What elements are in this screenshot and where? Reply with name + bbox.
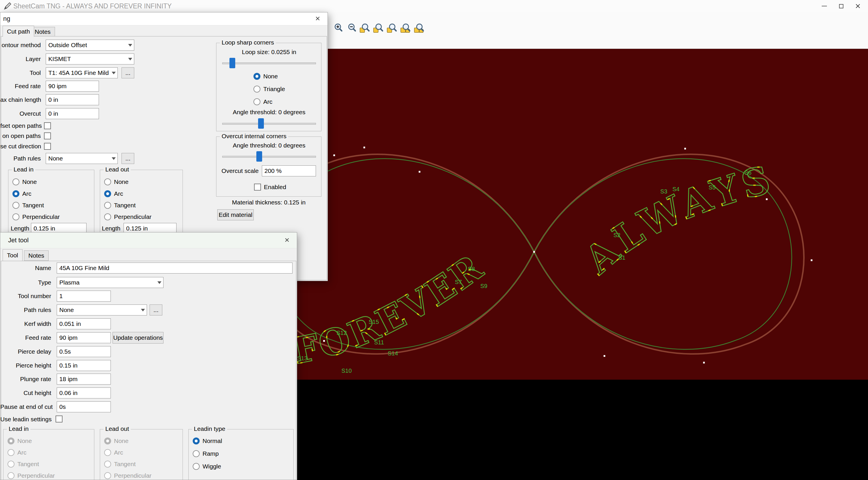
radio-icon [104,438,111,444]
feed-rate-input[interactable]: 90 ipm [46,81,99,92]
loop-angle-slider[interactable] [222,118,316,129]
op-leadin-perpendicular-radio[interactable]: Perpendicular [12,213,60,221]
path-label: S8 [468,266,475,272]
slider-track [222,62,316,64]
op-leadout-none-radio[interactable]: None [104,178,128,186]
zoom-previous-icon[interactable] [359,23,370,34]
leadin-type-wiggle-radio[interactable]: Wiggle [193,462,221,471]
pierce-delay-label: Pierce delay [0,346,51,357]
kerf-width-input[interactable]: 0.051 in [57,318,111,329]
tool-leadin-tangent-radio: Tangent [7,460,39,468]
loop-triangle-radio[interactable]: Triangle [253,85,285,93]
pause-end-input[interactable]: 0s [57,402,111,412]
tab-tool[interactable]: Tool [3,249,23,261]
radio-label: Perpendicular [18,472,55,479]
radio-label: None [263,73,278,80]
close-button[interactable] [849,0,866,12]
tool-label: Tool [0,67,41,78]
tool-feed-rate-input[interactable]: 90 ipm [57,332,111,343]
path-rules-dropdown[interactable]: None [46,153,118,164]
max-chain-length-input[interactable]: 0 in [46,94,99,105]
op-leadout-tangent-radio[interactable]: Tangent [104,201,136,210]
plunge-rate-input[interactable]: 18 ipm [57,374,111,385]
leadin-type-group: Leadin type Normal Ramp Wiggle [188,429,294,480]
pause-end-label: Pause at end of cut [0,402,51,412]
op-leadout-arc-radio[interactable]: Arc [104,190,123,198]
cut-height-input[interactable]: 0.06 in [57,387,111,398]
radio-label: Perpendicular [114,214,152,220]
cut-direction-checkbox[interactable] [44,143,51,150]
slider-thumb[interactable] [258,118,264,129]
on-open-paths-label: on open paths [0,130,41,141]
tool-path-rules-more-button[interactable]: ... [150,305,162,316]
zoom-out-icon[interactable] [345,23,357,34]
update-operations-button[interactable]: Update operations [113,332,163,344]
tool-leadin-perpendicular-radio: Perpendicular [7,472,55,480]
jet-tool-close-button[interactable] [283,236,291,244]
overcut-scale-input[interactable]: 200 % [262,165,316,177]
op-leadout-perpendicular-radio[interactable]: Perpendicular [104,213,152,221]
on-open-paths-checkbox[interactable] [44,132,51,139]
leadin-type-ramp-radio[interactable]: Ramp [193,450,219,458]
path-node-marker [603,355,605,357]
slider-thumb[interactable] [256,151,262,162]
loop-none-radio[interactable]: None [253,72,278,81]
radio-label: Tangent [18,460,39,468]
op-leadin-arc-radio[interactable]: Arc [12,190,32,198]
offset-open-paths-checkbox[interactable] [44,122,51,129]
loop-size-label: Loop size: 0.0255 in [216,48,322,56]
tool-more-button[interactable]: ... [122,67,134,78]
loop-size-slider[interactable] [222,58,316,68]
jet-tool-titlebar[interactable]: Jet tool [0,232,297,248]
close-icon [315,16,320,22]
overcut-input[interactable]: 0 in [46,108,99,119]
tool-number-input[interactable]: 1 [57,291,111,301]
zoom-selected-icon[interactable] [400,23,411,34]
window-title: SheetCam TNG - ALWAYS AND FOREVER INFINI… [13,0,172,12]
type-dropdown[interactable]: Plasma [57,277,163,288]
chevron-down-icon [112,72,116,74]
chevron-down-icon [128,58,132,60]
radio-label: Normal [203,438,222,444]
tool-lead-out-group: Lead out None Arc Tangent Perpendicular [100,429,183,480]
maximize-button[interactable] [833,0,849,12]
op-leadin-none-radio[interactable]: None [12,178,37,186]
tab-cut-path[interactable]: Cut path [3,26,34,37]
path-node-marker [703,362,705,363]
tab-tool-notes[interactable]: Notes [24,250,49,261]
slider-thumb[interactable] [229,58,235,68]
jet-tool-dialog: Jet tool Tool Notes Name 45A 10G Fine Mi… [0,232,297,480]
tool-number-label: Tool number [0,291,51,301]
path-rules-more-button[interactable]: ... [122,153,134,164]
name-input[interactable]: 45A 10G Fine Mild [57,262,292,274]
tab-label: Notes [35,28,51,35]
contour-method-dropdown[interactable]: Outside Offset [46,40,134,51]
minimize-button[interactable] [816,0,833,12]
radio-label: Arc [263,98,273,105]
tool-dropdown[interactable]: T1: 45A 10G Fine Mild [46,67,118,78]
pierce-height-input[interactable]: 0.15 in [57,360,111,371]
close-icon [284,238,290,243]
overcut-angle-slider[interactable] [222,151,316,162]
use-leadin-settings-checkbox[interactable] [56,416,62,422]
zoom-window-icon[interactable] [372,23,384,34]
radio-label: Perpendicular [114,472,152,479]
max-chain-length-label: ax chain length [0,94,41,105]
zoom-drawing-icon[interactable] [413,23,425,34]
edit-material-button[interactable]: Edit material [217,210,254,220]
op-leadin-tangent-radio[interactable]: Tangent [12,201,44,210]
path-label: S10 [341,367,352,374]
overcut-enabled-checkbox[interactable] [254,184,261,191]
leadin-type-title: Leadin type [192,425,227,432]
loop-arc-radio[interactable]: Arc [253,98,273,106]
operation-dialog-titlebar[interactable]: ng [0,12,328,26]
leadin-type-normal-radio[interactable]: Normal [193,437,222,445]
app-titlebar[interactable]: SheetCam TNG - ALWAYS AND FOREVER INFINI… [0,0,868,12]
pierce-delay-input[interactable]: 0.5s [57,346,111,357]
zoom-extents-icon[interactable] [386,23,398,34]
tool-path-rules-dropdown[interactable]: None [57,305,147,316]
zoom-in-icon[interactable] [332,23,343,34]
radio-label: Ramp [203,450,219,457]
operation-dialog-close-button[interactable] [314,15,322,23]
layer-dropdown[interactable]: KISMET [46,54,134,64]
